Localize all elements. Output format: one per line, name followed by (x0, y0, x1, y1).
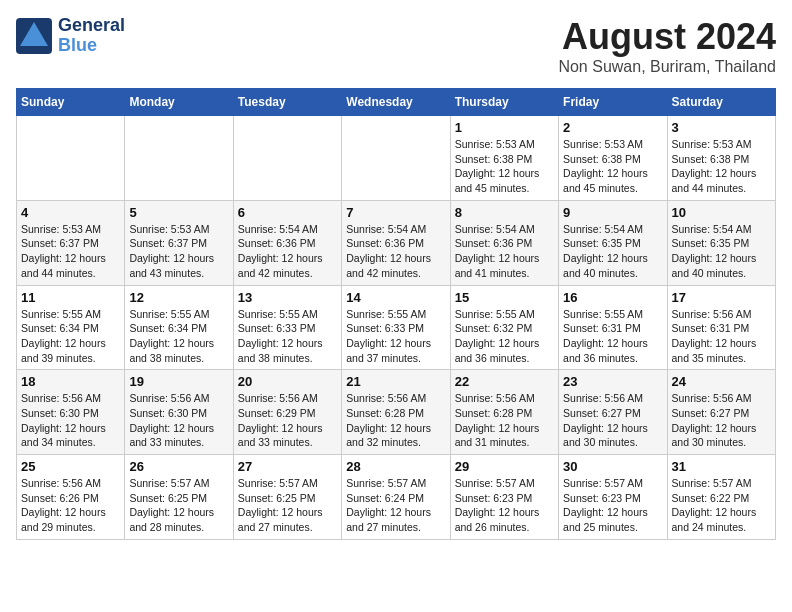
month-title: August 2024 (558, 16, 776, 58)
day-info: Sunrise: 5:55 AMSunset: 6:34 PMDaylight:… (21, 307, 120, 366)
day-number: 31 (672, 459, 771, 474)
day-info: Sunrise: 5:54 AMSunset: 6:36 PMDaylight:… (455, 222, 554, 281)
calendar-cell: 17Sunrise: 5:56 AMSunset: 6:31 PMDayligh… (667, 285, 775, 370)
day-number: 7 (346, 205, 445, 220)
day-info: Sunrise: 5:57 AMSunset: 6:22 PMDaylight:… (672, 476, 771, 535)
day-number: 27 (238, 459, 337, 474)
day-info: Sunrise: 5:53 AMSunset: 6:38 PMDaylight:… (455, 137, 554, 196)
day-info: Sunrise: 5:55 AMSunset: 6:33 PMDaylight:… (238, 307, 337, 366)
day-info: Sunrise: 5:54 AMSunset: 6:36 PMDaylight:… (238, 222, 337, 281)
day-number: 8 (455, 205, 554, 220)
calendar-week-row: 11Sunrise: 5:55 AMSunset: 6:34 PMDayligh… (17, 285, 776, 370)
day-number: 4 (21, 205, 120, 220)
calendar-cell: 11Sunrise: 5:55 AMSunset: 6:34 PMDayligh… (17, 285, 125, 370)
day-info: Sunrise: 5:56 AMSunset: 6:30 PMDaylight:… (129, 391, 228, 450)
day-number: 2 (563, 120, 662, 135)
day-number: 29 (455, 459, 554, 474)
day-number: 10 (672, 205, 771, 220)
calendar-cell: 15Sunrise: 5:55 AMSunset: 6:32 PMDayligh… (450, 285, 558, 370)
weekday-header-wednesday: Wednesday (342, 89, 450, 116)
day-info: Sunrise: 5:57 AMSunset: 6:23 PMDaylight:… (455, 476, 554, 535)
weekday-header-tuesday: Tuesday (233, 89, 341, 116)
calendar-cell: 24Sunrise: 5:56 AMSunset: 6:27 PMDayligh… (667, 370, 775, 455)
calendar-cell: 12Sunrise: 5:55 AMSunset: 6:34 PMDayligh… (125, 285, 233, 370)
day-info: Sunrise: 5:56 AMSunset: 6:27 PMDaylight:… (672, 391, 771, 450)
calendar-cell: 26Sunrise: 5:57 AMSunset: 6:25 PMDayligh… (125, 455, 233, 540)
calendar-cell: 10Sunrise: 5:54 AMSunset: 6:35 PMDayligh… (667, 200, 775, 285)
day-info: Sunrise: 5:55 AMSunset: 6:32 PMDaylight:… (455, 307, 554, 366)
day-info: Sunrise: 5:56 AMSunset: 6:26 PMDaylight:… (21, 476, 120, 535)
title-area: August 2024 Non Suwan, Buriram, Thailand (558, 16, 776, 76)
day-info: Sunrise: 5:53 AMSunset: 6:38 PMDaylight:… (563, 137, 662, 196)
day-info: Sunrise: 5:55 AMSunset: 6:33 PMDaylight:… (346, 307, 445, 366)
day-number: 3 (672, 120, 771, 135)
day-info: Sunrise: 5:54 AMSunset: 6:35 PMDaylight:… (672, 222, 771, 281)
day-info: Sunrise: 5:54 AMSunset: 6:36 PMDaylight:… (346, 222, 445, 281)
day-info: Sunrise: 5:57 AMSunset: 6:23 PMDaylight:… (563, 476, 662, 535)
day-number: 12 (129, 290, 228, 305)
calendar-cell (125, 116, 233, 201)
calendar-cell: 28Sunrise: 5:57 AMSunset: 6:24 PMDayligh… (342, 455, 450, 540)
header: General Blue August 2024 Non Suwan, Buri… (16, 16, 776, 76)
calendar-cell: 4Sunrise: 5:53 AMSunset: 6:37 PMDaylight… (17, 200, 125, 285)
weekday-header-friday: Friday (559, 89, 667, 116)
day-number: 11 (21, 290, 120, 305)
calendar-cell (342, 116, 450, 201)
calendar-cell: 25Sunrise: 5:56 AMSunset: 6:26 PMDayligh… (17, 455, 125, 540)
calendar-cell: 22Sunrise: 5:56 AMSunset: 6:28 PMDayligh… (450, 370, 558, 455)
day-info: Sunrise: 5:57 AMSunset: 6:25 PMDaylight:… (238, 476, 337, 535)
calendar-cell: 1Sunrise: 5:53 AMSunset: 6:38 PMDaylight… (450, 116, 558, 201)
day-number: 24 (672, 374, 771, 389)
day-number: 25 (21, 459, 120, 474)
weekday-header-sunday: Sunday (17, 89, 125, 116)
logo-icon (16, 18, 52, 54)
calendar-cell: 29Sunrise: 5:57 AMSunset: 6:23 PMDayligh… (450, 455, 558, 540)
day-number: 21 (346, 374, 445, 389)
day-number: 13 (238, 290, 337, 305)
day-number: 23 (563, 374, 662, 389)
day-info: Sunrise: 5:53 AMSunset: 6:38 PMDaylight:… (672, 137, 771, 196)
calendar-cell: 18Sunrise: 5:56 AMSunset: 6:30 PMDayligh… (17, 370, 125, 455)
logo: General Blue (16, 16, 125, 56)
day-number: 20 (238, 374, 337, 389)
day-number: 30 (563, 459, 662, 474)
day-number: 19 (129, 374, 228, 389)
day-info: Sunrise: 5:57 AMSunset: 6:24 PMDaylight:… (346, 476, 445, 535)
day-number: 16 (563, 290, 662, 305)
weekday-header-row: SundayMondayTuesdayWednesdayThursdayFrid… (17, 89, 776, 116)
day-info: Sunrise: 5:55 AMSunset: 6:34 PMDaylight:… (129, 307, 228, 366)
day-info: Sunrise: 5:56 AMSunset: 6:30 PMDaylight:… (21, 391, 120, 450)
calendar-cell: 16Sunrise: 5:55 AMSunset: 6:31 PMDayligh… (559, 285, 667, 370)
calendar-cell: 23Sunrise: 5:56 AMSunset: 6:27 PMDayligh… (559, 370, 667, 455)
calendar-cell: 2Sunrise: 5:53 AMSunset: 6:38 PMDaylight… (559, 116, 667, 201)
day-number: 9 (563, 205, 662, 220)
calendar-cell (233, 116, 341, 201)
logo-blue: Blue (58, 36, 125, 56)
calendar-cell: 21Sunrise: 5:56 AMSunset: 6:28 PMDayligh… (342, 370, 450, 455)
day-number: 6 (238, 205, 337, 220)
calendar-cell: 7Sunrise: 5:54 AMSunset: 6:36 PMDaylight… (342, 200, 450, 285)
day-number: 14 (346, 290, 445, 305)
day-number: 18 (21, 374, 120, 389)
day-number: 1 (455, 120, 554, 135)
calendar-cell: 13Sunrise: 5:55 AMSunset: 6:33 PMDayligh… (233, 285, 341, 370)
calendar-cell: 30Sunrise: 5:57 AMSunset: 6:23 PMDayligh… (559, 455, 667, 540)
day-info: Sunrise: 5:57 AMSunset: 6:25 PMDaylight:… (129, 476, 228, 535)
day-number: 22 (455, 374, 554, 389)
calendar-cell: 8Sunrise: 5:54 AMSunset: 6:36 PMDaylight… (450, 200, 558, 285)
day-info: Sunrise: 5:56 AMSunset: 6:28 PMDaylight:… (346, 391, 445, 450)
calendar-week-row: 1Sunrise: 5:53 AMSunset: 6:38 PMDaylight… (17, 116, 776, 201)
calendar-week-row: 25Sunrise: 5:56 AMSunset: 6:26 PMDayligh… (17, 455, 776, 540)
day-info: Sunrise: 5:56 AMSunset: 6:29 PMDaylight:… (238, 391, 337, 450)
day-number: 17 (672, 290, 771, 305)
day-info: Sunrise: 5:55 AMSunset: 6:31 PMDaylight:… (563, 307, 662, 366)
calendar-cell: 31Sunrise: 5:57 AMSunset: 6:22 PMDayligh… (667, 455, 775, 540)
calendar-cell: 6Sunrise: 5:54 AMSunset: 6:36 PMDaylight… (233, 200, 341, 285)
calendar-cell: 19Sunrise: 5:56 AMSunset: 6:30 PMDayligh… (125, 370, 233, 455)
day-info: Sunrise: 5:53 AMSunset: 6:37 PMDaylight:… (129, 222, 228, 281)
day-info: Sunrise: 5:54 AMSunset: 6:35 PMDaylight:… (563, 222, 662, 281)
calendar: SundayMondayTuesdayWednesdayThursdayFrid… (16, 88, 776, 540)
calendar-cell: 27Sunrise: 5:57 AMSunset: 6:25 PMDayligh… (233, 455, 341, 540)
calendar-week-row: 18Sunrise: 5:56 AMSunset: 6:30 PMDayligh… (17, 370, 776, 455)
day-info: Sunrise: 5:56 AMSunset: 6:28 PMDaylight:… (455, 391, 554, 450)
